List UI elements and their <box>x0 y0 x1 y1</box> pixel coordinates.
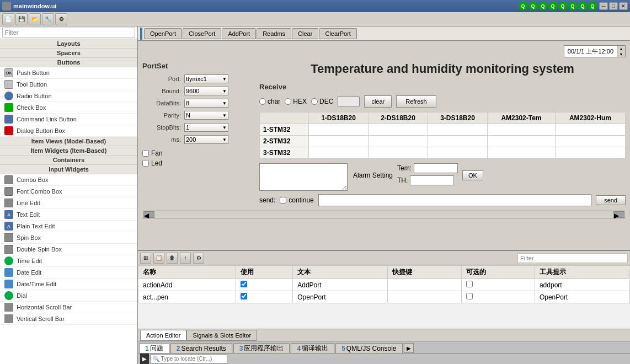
sidebar-item-text-edit[interactable]: A Text Edit <box>0 209 137 221</box>
databits-select[interactable]: 8 <box>184 99 228 108</box>
refresh-button[interactable]: Refresh <box>396 95 436 108</box>
qt-icon-1: Q <box>519 2 527 10</box>
th-input[interactable] <box>410 175 454 185</box>
tab-label-5: QML/JS Console <box>346 345 397 352</box>
led-checkbox[interactable] <box>142 160 149 167</box>
toolbar-btn-5[interactable]: ⚙ <box>55 13 67 25</box>
sidebar-item-v-scroll[interactable]: Vertical Scroll Bar <box>0 313 137 325</box>
sidebar-item-dial[interactable]: Dial <box>0 290 137 302</box>
send-label: send: <box>259 196 275 204</box>
stopbits-select[interactable]: 1 <box>184 123 228 132</box>
sidebar-filter-input[interactable] <box>2 28 135 38</box>
bottom-filter-input[interactable] <box>517 253 628 263</box>
tab-search-results[interactable]: 2 Search Results <box>170 343 232 353</box>
clear-button[interactable]: clear <box>364 95 392 108</box>
text-area-input[interactable] <box>259 163 348 191</box>
bottom-toolbar: ⊞ 📋 🗑 ↑ ⚙ <box>138 251 630 265</box>
tab-addport[interactable]: AddPort <box>222 28 256 39</box>
row-1-col-2 <box>368 124 428 136</box>
locate-input[interactable] <box>150 355 227 363</box>
bottom-btn-copy[interactable]: 📋 <box>153 253 164 264</box>
row-optional-2[interactable] <box>461 291 535 303</box>
sidebar-item-font-combo-box[interactable]: Font Combo Box <box>0 186 137 197</box>
toolbar-btn-3[interactable]: 📂 <box>29 13 41 25</box>
sidebar-item-combo-box[interactable]: Combo Box <box>0 174 137 186</box>
ms-select[interactable]: 200 <box>184 135 228 144</box>
parity-select[interactable]: N <box>184 111 228 120</box>
sidebar-item-date-edit[interactable]: Date Edit <box>0 267 137 279</box>
datetime-spin[interactable]: ▲ ▼ <box>617 46 625 57</box>
tab-closeport[interactable]: ClosePort <box>183 28 221 39</box>
status-bar: ▶ <box>138 353 630 364</box>
datetime-up[interactable]: ▲ <box>617 46 625 51</box>
radio-hex[interactable] <box>285 98 291 105</box>
send-button[interactable]: send <box>596 195 626 205</box>
radio-dec[interactable] <box>311 98 318 105</box>
stopbits-label: StopBits: <box>142 124 181 131</box>
tabs-menu-btn[interactable]: ▶ <box>404 343 414 353</box>
category-buttons: Buttons <box>0 58 137 67</box>
bottom-btn-add[interactable]: ⊞ <box>140 253 151 264</box>
send-input[interactable] <box>318 194 591 206</box>
sidebar-item-push-button[interactable]: OK Push Button <box>0 67 137 79</box>
ok-button[interactable]: OK <box>462 170 483 180</box>
col-shortcut: 快捷键 <box>388 266 461 279</box>
sidebar-item-radio-button[interactable]: Radio Button <box>0 90 137 102</box>
sidebar: Layouts Spacers Buttons OK Push Button T… <box>0 26 138 364</box>
tab-clear[interactable]: Clear <box>292 28 318 39</box>
bound-select-wrapper: 9600 <box>184 87 228 95</box>
row-tooltip-1: addport <box>535 279 629 291</box>
col-header-3: 3-DS18B20 <box>428 113 488 124</box>
sidebar-item-tool-button[interactable]: Tool Button <box>0 79 137 90</box>
sidebar-item-h-scroll[interactable]: Horizontal Scroll Bar <box>0 302 137 313</box>
tab-qml-console[interactable]: 5 QML/JS Console <box>335 343 402 353</box>
hex-input[interactable] <box>338 97 360 106</box>
use-checkbox-2[interactable] <box>241 293 247 299</box>
tab-signals-slots[interactable]: Signals & Slots Editor <box>186 330 257 341</box>
datetime-down[interactable]: ▼ <box>617 51 625 57</box>
tab-compile-output[interactable]: 4 编译输出 <box>291 343 334 353</box>
row-optional-1[interactable] <box>461 279 535 291</box>
continue-checkbox[interactable] <box>280 197 286 204</box>
close-button[interactable]: ✕ <box>619 2 628 10</box>
bottom-btn-settings[interactable]: ⚙ <box>193 253 204 264</box>
tab-action-editor[interactable]: Action Editor <box>140 330 186 341</box>
optional-checkbox-1[interactable] <box>466 281 473 287</box>
tab-app-output[interactable]: 3 应用程序输出 <box>233 343 290 353</box>
datetime-control[interactable]: 00/1/1 上午12:00 ▲ ▼ <box>564 45 626 57</box>
sidebar-item-double-spin-box[interactable]: Double Spin Box <box>0 244 137 255</box>
bound-select[interactable]: 9600 <box>184 87 228 95</box>
row-1-col-3 <box>428 124 488 136</box>
minimize-button[interactable]: ─ <box>599 2 608 10</box>
sidebar-item-time-edit[interactable]: Time Edit <box>0 255 137 267</box>
scroll-right[interactable]: ▶ <box>613 211 624 218</box>
fan-checkbox[interactable] <box>142 150 149 157</box>
bottom-btn-up[interactable]: ↑ <box>180 253 191 264</box>
tab-readms[interactable]: Readms <box>257 28 291 39</box>
scroll-left[interactable]: ◀ <box>143 211 154 218</box>
tem-input[interactable] <box>414 163 458 173</box>
toolbar-btn-4[interactable]: 🔧 <box>42 13 54 25</box>
sidebar-item-check-box[interactable]: Check Box <box>0 102 137 114</box>
port-select[interactable]: ttymxc1 <box>184 74 228 83</box>
toolbar-btn-2[interactable]: 💾 <box>15 13 28 25</box>
toolbar-btn-1[interactable]: 📄 <box>2 13 14 25</box>
radio-char[interactable] <box>259 98 266 105</box>
bottom-btn-delete[interactable]: 🗑 <box>167 253 178 264</box>
tab-openport[interactable]: OpenPort <box>144 28 182 39</box>
window-buttons[interactable]: ─ □ ✕ <box>599 2 628 10</box>
sidebar-item-dialog-btn[interactable]: Dialog Button Box <box>0 125 137 137</box>
sidebar-item-spin-box[interactable]: Spin Box <box>0 232 137 244</box>
restore-button[interactable]: □ <box>609 2 618 10</box>
sidebar-item-datetime-edit[interactable]: Date/Time Edit <box>0 279 137 290</box>
tab-problems[interactable]: 1 问题 <box>139 343 169 353</box>
optional-checkbox-2[interactable] <box>466 293 473 299</box>
row-use-1[interactable] <box>236 279 293 291</box>
horizontal-scrollbar[interactable]: ◀ ▶ <box>142 211 626 218</box>
sidebar-item-line-edit[interactable]: Line Edit <box>0 197 137 209</box>
sidebar-item-plain-text-edit[interactable]: A Plain Text Edit <box>0 221 137 232</box>
row-use-2[interactable] <box>236 291 293 303</box>
sidebar-item-command-link[interactable]: Command Link Button <box>0 114 137 125</box>
use-checkbox-1[interactable] <box>241 281 247 287</box>
tab-clearport[interactable]: ClearPort <box>319 28 356 39</box>
